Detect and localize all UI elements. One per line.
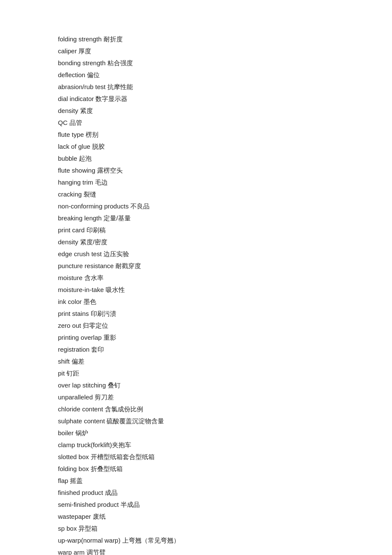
list-item: folding strength 耐折度 bbox=[58, 34, 334, 44]
list-item: breaking length 定量/基量 bbox=[58, 213, 334, 223]
list-item: hanging trim 毛边 bbox=[58, 177, 334, 188]
list-item: bonding strength 粘合强度 bbox=[58, 58, 334, 68]
list-item: warp arm 调节臂 bbox=[58, 547, 334, 555]
list-item: clamp truck(forklift)夹抱车 bbox=[58, 440, 334, 450]
list-item: printing overlap 重影 bbox=[58, 332, 334, 343]
list-item: folding box 折叠型纸箱 bbox=[58, 464, 334, 474]
list-item: flute showing 露楞空头 bbox=[58, 165, 334, 176]
list-item: unparalleled 剪刀差 bbox=[58, 392, 334, 402]
list-item: chloride content 含氯成份比例 bbox=[58, 404, 334, 414]
list-item: caliper 厚度 bbox=[58, 46, 334, 56]
list-item: over lap stitching 叠钉 bbox=[58, 380, 334, 390]
list-item: registration 套印 bbox=[58, 344, 334, 355]
list-item: non-conforming products 不良品 bbox=[58, 201, 334, 211]
list-item: moisture 含水率 bbox=[58, 273, 334, 283]
list-item: moisture-in-take 吸水性 bbox=[58, 285, 334, 295]
list-item: density 紧度 bbox=[58, 106, 334, 116]
list-item: QC 品管 bbox=[58, 118, 334, 128]
list-item: slotted box 开槽型纸箱套合型纸箱 bbox=[58, 452, 334, 462]
list-item: density 紧度/密度 bbox=[58, 237, 334, 247]
list-item: wastepaper 废纸 bbox=[58, 512, 334, 522]
list-item: abrasion/rub test 抗摩性能 bbox=[58, 82, 334, 92]
list-item: shift 偏差 bbox=[58, 356, 334, 367]
list-item: print stains 印刷污渍 bbox=[58, 309, 334, 319]
list-item: flute type 楞别 bbox=[58, 130, 334, 140]
list-item: boiler 锅炉 bbox=[58, 428, 334, 438]
list-item: sp box 异型箱 bbox=[58, 523, 334, 534]
list-item: deflection 偏位 bbox=[58, 70, 334, 80]
list-item: up-warp(normal warp) 上弯翘（常见弯翘） bbox=[58, 535, 334, 546]
list-item: dial indicator 数字显示器 bbox=[58, 94, 334, 104]
list-item: edge crush test 边压实验 bbox=[58, 249, 334, 259]
term-list: folding strength 耐折度caliper 厚度bonding st… bbox=[58, 34, 334, 555]
list-item: zero out 归零定位 bbox=[58, 321, 334, 331]
list-item: flap 摇盖 bbox=[58, 476, 334, 486]
list-item: sulphate content 硫酸覆盖沉淀物含量 bbox=[58, 416, 334, 426]
list-item: ink color 墨色 bbox=[58, 297, 334, 307]
list-item: puncture resistance 耐戳穿度 bbox=[58, 261, 334, 271]
list-item: bubble 起泡 bbox=[58, 153, 334, 164]
list-item: semi-finished product 半成品 bbox=[58, 500, 334, 510]
list-item: print card 印刷稿 bbox=[58, 225, 334, 235]
list-item: pit 钉距 bbox=[58, 368, 334, 379]
list-item: cracking 裂缝 bbox=[58, 189, 334, 199]
list-item: finished product 成品 bbox=[58, 488, 334, 498]
list-item: lack of glue 脱胶 bbox=[58, 142, 334, 152]
